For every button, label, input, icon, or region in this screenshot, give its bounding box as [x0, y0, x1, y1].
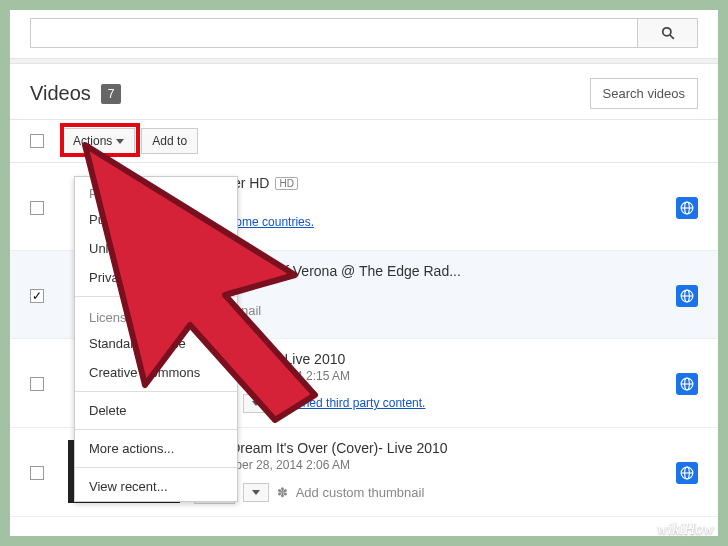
menu-separator	[75, 296, 237, 297]
row-checkbox[interactable]	[30, 466, 44, 480]
add-thumb-link[interactable]: Add custom thumbnail	[296, 485, 425, 500]
video-date: September 28, 2014 2:06 AM	[194, 458, 676, 472]
video-date: September 28, 2014 2:15 AM	[194, 369, 676, 383]
svg-line-1	[669, 35, 673, 39]
menu-separator	[75, 391, 237, 392]
page-title: Videos	[30, 82, 91, 105]
toolbar: Actions Add to	[10, 119, 718, 163]
visibility-button[interactable]	[676, 285, 698, 307]
divider	[10, 58, 718, 64]
search-videos-button[interactable]: Search videos	[590, 78, 698, 109]
row-checkbox[interactable]	[30, 201, 44, 215]
matched-link[interactable]: Matched third party content.	[277, 396, 426, 410]
video-date: M	[194, 193, 676, 207]
menu-item-unlisted[interactable]: Unlisted	[75, 234, 237, 263]
globe-icon	[680, 201, 694, 215]
spark-icon: ✽	[277, 485, 288, 500]
actions-menu: Privacy Public Unlisted Private License …	[74, 176, 238, 502]
hd-badge: HD	[275, 177, 297, 190]
menu-header-privacy: Privacy	[75, 177, 237, 205]
row-checkbox[interactable]: ✓	[30, 289, 44, 303]
menu-item-standard-license[interactable]: Standard license	[75, 329, 237, 358]
search-icon	[661, 26, 675, 40]
edit-dropdown[interactable]	[243, 394, 269, 413]
globe-icon	[680, 377, 694, 391]
menu-item-delete[interactable]: Delete	[75, 396, 237, 425]
menu-separator	[75, 467, 237, 468]
menu-separator	[75, 429, 237, 430]
caret-down-icon	[252, 490, 260, 495]
video-count-badge: 7	[101, 84, 122, 104]
visibility-button[interactable]	[676, 462, 698, 484]
menu-item-private[interactable]: Private	[75, 263, 237, 292]
globe-icon	[680, 289, 694, 303]
globe-icon	[680, 466, 694, 480]
title-bar: Videos 7 Search videos	[30, 78, 698, 109]
actions-label: Actions	[73, 134, 112, 148]
edit-dropdown[interactable]	[243, 483, 269, 502]
video-date: AM	[194, 281, 676, 295]
watermark: wikiHow	[657, 520, 714, 538]
menu-item-public[interactable]: Public	[75, 205, 237, 234]
top-search-bar	[30, 18, 698, 48]
visibility-button[interactable]	[676, 373, 698, 395]
caret-down-icon	[116, 139, 124, 144]
svg-point-0	[662, 28, 670, 36]
actions-button[interactable]: Actions	[62, 128, 135, 154]
row-checkbox[interactable]	[30, 377, 44, 391]
menu-item-view-recent[interactable]: View recent...	[75, 472, 237, 501]
search-button[interactable]	[637, 19, 697, 47]
menu-item-more-actions[interactable]: More actions...	[75, 434, 237, 463]
visibility-button[interactable]	[676, 197, 698, 219]
add-to-button[interactable]: Add to	[141, 128, 198, 154]
menu-item-creative-commons[interactable]: Creative Commons	[75, 358, 237, 387]
search-input[interactable]	[31, 19, 637, 47]
menu-header-license: License	[75, 301, 237, 329]
select-all-checkbox[interactable]	[30, 134, 44, 148]
caret-down-icon	[252, 401, 260, 406]
